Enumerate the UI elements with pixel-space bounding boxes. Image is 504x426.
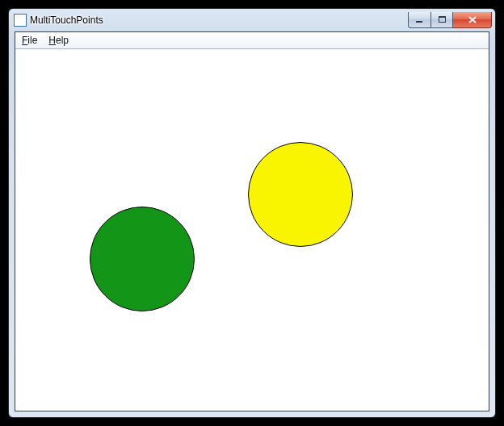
- window-controls: [408, 12, 492, 28]
- app-icon: [14, 14, 27, 27]
- close-button[interactable]: [453, 12, 492, 28]
- title-left: MultiTouchPoints: [14, 14, 103, 27]
- minimize-button[interactable]: [408, 12, 431, 28]
- maximize-button[interactable]: [431, 12, 453, 28]
- titlebar[interactable]: MultiTouchPoints: [9, 9, 495, 31]
- menubar: File Help: [15, 32, 489, 49]
- menu-help[interactable]: Help: [48, 35, 69, 46]
- application-window: MultiTouchPoints File Help: [8, 8, 496, 418]
- svg-rect-0: [416, 21, 422, 23]
- window-title: MultiTouchPoints: [30, 15, 103, 26]
- close-icon: [468, 15, 477, 24]
- touch-point-0[interactable]: [90, 207, 195, 311]
- menu-file[interactable]: File: [22, 35, 37, 46]
- maximize-icon: [438, 15, 447, 24]
- touch-point-1[interactable]: [248, 142, 353, 247]
- svg-rect-2: [439, 16, 446, 18]
- client-area: File Help: [15, 31, 489, 411]
- minimize-icon: [415, 15, 424, 24]
- touch-canvas[interactable]: [15, 49, 489, 411]
